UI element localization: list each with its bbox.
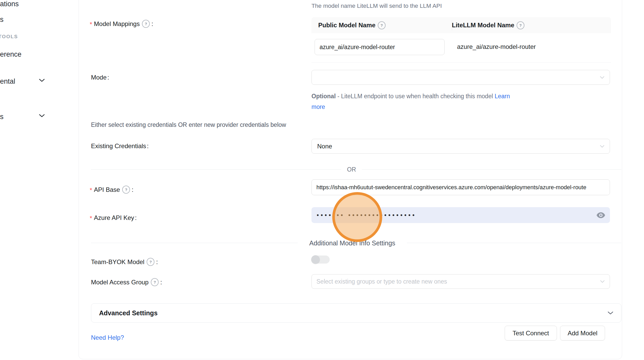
team-byok-toggle[interactable] [311,256,330,264]
sidebar-item-label: s [0,113,4,121]
model-mappings-table-row: azure_ai/azure-model-router [311,33,611,63]
team-byok-label: Team-BYOK Model ? : [91,258,158,266]
sidebar-item-label: ental [0,77,15,85]
model-name-helper-text: The model name LiteLLM will send to the … [311,2,442,10]
add-model-button[interactable]: Add Model [560,326,605,341]
help-icon[interactable]: ? [147,258,154,266]
chevron-down-icon [600,145,604,148]
existing-credentials-label: Existing Credentials : [91,142,149,150]
help-icon[interactable]: ? [151,278,159,286]
sidebar-item-erence[interactable]: erence [0,50,22,58]
column-header-public-model-name: Public Model Name ? [311,21,446,29]
divider-line [362,169,621,170]
mode-select[interactable] [311,70,610,85]
help-icon[interactable]: ? [142,20,150,28]
chevron-down-icon [600,76,604,79]
add-model-page: ations s TOOLS erence ental s The model … [0,0,644,360]
help-icon[interactable]: ? [517,21,524,29]
eye-icon[interactable] [596,212,605,219]
chevron-down-icon [600,280,605,283]
model-mappings-label: * Model Mappings ? : [90,19,153,28]
model-access-group-input[interactable] [311,274,610,289]
credentials-note: Either select existing credentials OR en… [91,121,286,128]
test-connect-button[interactable]: Test Connect [505,326,557,341]
divider-line [407,243,621,243]
additional-settings-divider-text: Additional Model Info Settings [298,239,407,247]
sidebar-item-2[interactable]: s [0,113,4,121]
divider-line [91,243,298,243]
advanced-settings-title: Advanced Settings [99,309,158,317]
help-icon[interactable]: ? [122,186,130,194]
sidebar-item-label: s [0,16,4,23]
required-mark: * [90,214,92,222]
toggle-knob [311,255,320,264]
public-model-name-input[interactable] [315,39,445,55]
sidebar-item-label: ations [0,0,19,8]
api-base-label: * API Base ? : [90,185,133,194]
column-header-litellm-model-name: LiteLLM Model Name ? [446,21,525,29]
learn-more-link[interactable]: more [311,103,325,110]
litellm-model-name-value: azure_ai/azure-model-router [457,43,536,50]
existing-credentials-select[interactable]: None [311,139,610,154]
need-help-link[interactable]: Need Help? [91,334,124,341]
advanced-settings-panel[interactable]: Advanced Settings [91,303,621,323]
chevron-down-icon [608,311,613,315]
sidebar-item-ental[interactable]: ental [0,77,15,85]
sidebar-section-tools: TOOLS [0,34,18,40]
model-access-group-label: Model Access Group ? : [91,278,162,286]
model-access-group-select[interactable] [311,274,610,289]
azure-api-key-label: * Azure API Key : [90,213,137,222]
sidebar-item-label: erence [0,50,22,58]
api-base-input[interactable] [311,179,610,195]
required-mark: * [90,20,92,28]
sidebar-item-1[interactable]: s [0,16,4,23]
masked-password-dots: ••••••• ••••••••••••••••• [317,207,416,223]
mode-helper-text: Optional - LiteLLM endpoint to use when … [311,91,540,112]
chevron-down-icon [39,79,45,82]
chevron-down-icon [39,114,45,117]
divider-line [91,169,341,170]
required-mark: * [90,186,92,194]
mode-label: Mode : [91,73,109,81]
sidebar-item-organizations[interactable]: ations [0,0,19,8]
model-mappings-table-header: Public Model Name ? LiteLLM Model Name ? [311,17,611,33]
column-divider [452,20,452,30]
azure-api-key-input[interactable]: ••••••• ••••••••••••••••• [311,207,610,223]
or-divider-text: OR [341,166,362,173]
help-icon[interactable]: ? [378,21,386,29]
learn-more-link[interactable]: Learn [495,93,510,100]
